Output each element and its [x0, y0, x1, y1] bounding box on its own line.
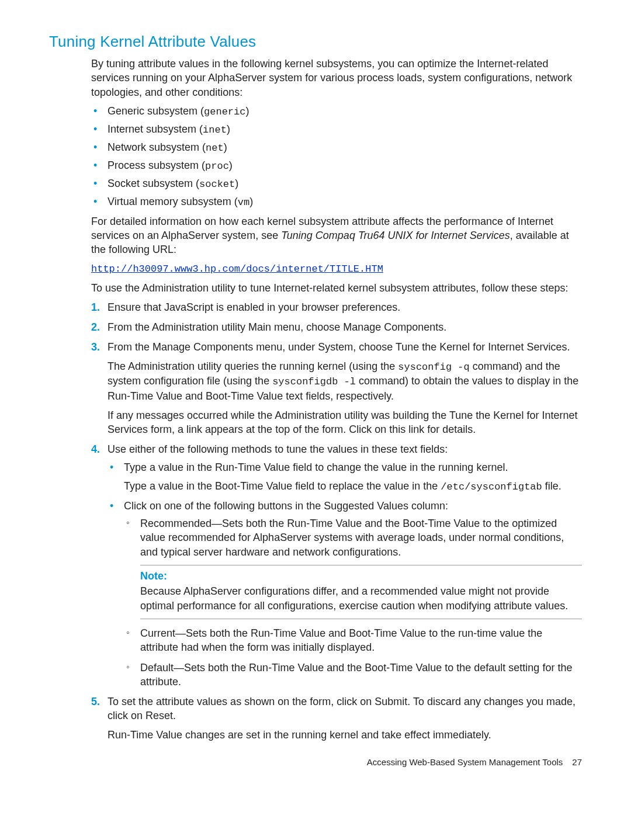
- steps-list: Ensure that JavaScript is enabled in you…: [91, 300, 582, 742]
- text: Type a value in the Boot-Time Value fiel…: [124, 480, 441, 492]
- list-item: Process subsystem (proc): [91, 158, 582, 173]
- method-text: Type a value in the Run-Time Value field…: [124, 461, 508, 473]
- subsystem-code: generic: [204, 106, 245, 117]
- subsystem-code: vm: [238, 197, 249, 208]
- subsystem-label: Virtual memory subsystem (: [108, 196, 238, 207]
- subsystem-tail: ): [224, 141, 227, 153]
- command-code: sysconfig -q: [398, 362, 469, 373]
- recommended-text: Recommended—Sets both the Run-Time Value…: [140, 518, 564, 558]
- subsystem-code: proc: [205, 161, 229, 172]
- current-text: Current—Sets both the Run-Time Value and…: [140, 627, 542, 653]
- step-4: Use either of the following methods to t…: [91, 442, 582, 689]
- list-item: Default—Sets both the Run-Time Value and…: [124, 661, 582, 689]
- step-text: To set the attribute values as shown on …: [108, 696, 575, 721]
- command-code: sysconfigdb -l: [272, 376, 356, 387]
- subsystem-code: socket: [199, 179, 235, 190]
- text: file.: [542, 480, 561, 492]
- method-text-sub: Type a value in the Boot-Time Value fiel…: [124, 479, 582, 494]
- subsystem-label: Socket subsystem (: [108, 178, 199, 189]
- list-item: Virtual memory subsystem (vm): [91, 195, 582, 210]
- step-3: From the Manage Components menu, under S…: [91, 340, 582, 436]
- note-label: Note:: [140, 569, 582, 583]
- list-item: Network subsystem (net): [91, 140, 582, 155]
- list-item: Recommended—Sets both the Run-Time Value…: [124, 516, 582, 619]
- intro-paragraph: By tuning attribute values in the follow…: [91, 57, 582, 99]
- suggested-values-list: Recommended—Sets both the Run-Time Value…: [124, 516, 582, 689]
- list-item: Socket subsystem (socket): [91, 176, 582, 192]
- step-3-detail: The Administration utility queries the r…: [108, 359, 582, 404]
- step-text: From the Administration utility Main men…: [108, 321, 446, 333]
- page-footer: Accessing Web-Based System Management To…: [49, 757, 582, 767]
- footer-section-title: Accessing Web-Based System Management To…: [367, 757, 563, 767]
- page-heading: Tuning Kernel Attribute Values: [49, 33, 582, 51]
- list-item: Current—Sets both the Run-Time Value and…: [124, 626, 582, 655]
- list-item: Click on one of the following buttons in…: [108, 499, 582, 689]
- reference-url-link[interactable]: http://h30097.www3.hp.com/docs/internet/…: [91, 263, 383, 275]
- list-item: Internet subsystem (inet): [91, 122, 582, 137]
- step-1: Ensure that JavaScript is enabled in you…: [91, 300, 582, 314]
- note-box: Note: Because AlphaServer configurations…: [140, 565, 582, 619]
- subsystem-code: inet: [203, 124, 227, 136]
- detail-doc-title: Tuning Compaq Tru64 UNIX for Internet Se…: [281, 230, 510, 241]
- subsystem-tail: ): [229, 159, 233, 171]
- steps-intro: To use the Administration utility to tun…: [91, 281, 582, 295]
- step-4-methods: Type a value in the Run-Time Value field…: [108, 460, 582, 689]
- subsystem-list: Generic subsystem (generic) Internet sub…: [91, 104, 582, 210]
- step-text: Use either of the following methods to t…: [108, 443, 448, 455]
- subsystem-label: Process subsystem (: [108, 159, 205, 171]
- subsystem-label: Network subsystem (: [108, 141, 206, 153]
- detail-paragraph: For detailed information on how each ker…: [91, 214, 582, 257]
- subsystem-tail: ): [245, 105, 249, 117]
- path-code: /etc/sysconfigtab: [441, 481, 542, 492]
- footer-page-number: 27: [572, 757, 582, 767]
- step-2: From the Administration utility Main men…: [91, 320, 582, 334]
- step-3-note: If any messages occurred while the Admin…: [108, 408, 582, 437]
- method-text: Click on one of the following buttons in…: [124, 500, 448, 512]
- subsystem-code: net: [206, 143, 224, 154]
- note-body: Because AlphaServer configurations diffe…: [140, 584, 582, 613]
- list-item: Type a value in the Run-Time Value field…: [108, 460, 582, 494]
- subsystem-tail: ): [227, 123, 230, 135]
- subsystem-label: Internet subsystem (: [108, 123, 203, 135]
- text: The Administration utility queries the r…: [108, 360, 398, 372]
- list-item: Generic subsystem (generic): [91, 104, 582, 119]
- step-5-detail: Run-Time Value changes are set in the ru…: [108, 728, 582, 742]
- default-text: Default—Sets both the Run-Time Value and…: [140, 662, 572, 688]
- step-text: Ensure that JavaScript is enabled in you…: [108, 301, 400, 313]
- subsystem-label: Generic subsystem (: [108, 105, 204, 117]
- step-5: To set the attribute values as shown on …: [91, 695, 582, 742]
- step-text: From the Manage Components menu, under S…: [108, 341, 570, 353]
- subsystem-tail: ): [249, 196, 253, 207]
- subsystem-tail: ): [235, 178, 238, 189]
